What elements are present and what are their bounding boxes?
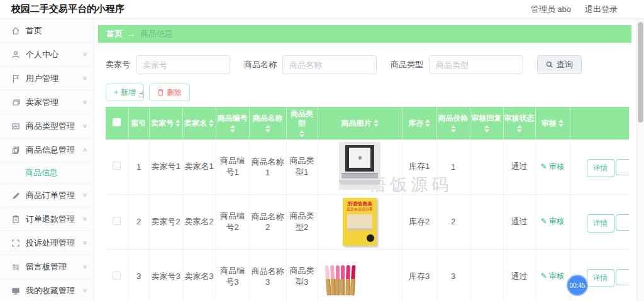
audit-link[interactable]: ✎ 审核 [541, 217, 564, 226]
chevron-down-icon: ∨ [82, 239, 87, 246]
trash-icon [157, 89, 164, 96]
col-index: 索引 [128, 107, 149, 140]
sort-icon[interactable] [175, 119, 180, 127]
sidebar-item-my-favorites-management[interactable]: 我的收藏管理 ∨ [0, 279, 94, 301]
product-type-label: 商品类型 [391, 59, 423, 70]
table-toolbar: + 新增 删除 ☝ [106, 84, 636, 101]
sidebar-item-home[interactable]: 首页 [0, 19, 94, 43]
search-icon [546, 61, 553, 68]
row-checkbox[interactable] [113, 271, 121, 280]
box-icon [11, 98, 20, 107]
main-content: 首页 → 商品信息 卖家号 商品名称 商品类型 查询 + 新增 删除 ☝ [94, 19, 636, 301]
product-image-laptop[interactable] [339, 142, 380, 190]
sidebar-item-message-board-management[interactable]: 留言板管理 ∨ [0, 255, 94, 279]
detail-button[interactable]: 详情 [587, 159, 614, 177]
detail-button[interactable]: 详情 [587, 269, 614, 287]
sidebar-item-seller-management[interactable]: 卖家管理 ∨ [0, 90, 94, 114]
col-actions [570, 107, 629, 140]
sort-icon[interactable] [374, 119, 379, 127]
logout-link[interactable]: 退出登录 [585, 4, 618, 15]
app-title: 校园二手交易平台的小程序 [0, 3, 125, 15]
pen-icon [11, 191, 20, 200]
audit-link[interactable]: ✎ 审核 [541, 271, 564, 280]
product-type-input[interactable] [429, 55, 523, 74]
breadcrumb-home[interactable]: 首页 [106, 28, 123, 40]
chevron-down-icon: ∨ [82, 287, 87, 293]
col-seller-name[interactable]: 卖家名 [182, 107, 216, 140]
col-product-type[interactable]: 商品类型 [286, 107, 318, 140]
delete-button[interactable]: 删除 [149, 84, 190, 101]
recording-timer-badge[interactable]: 00:45 [567, 275, 588, 296]
home-icon [11, 26, 20, 35]
table-row: 3 卖家号3 卖家名3 商品编号3 商品名称3 商品类型3 库存3 [106, 249, 629, 301]
seller-no-input[interactable] [136, 55, 230, 74]
sort-icon[interactable] [558, 119, 564, 127]
top-navbar: 校园二手交易平台的小程序 管理员 abo 退出登录 [0, 0, 644, 19]
col-review-reply[interactable]: 审核回复 [470, 107, 503, 140]
chevron-down-icon: ∨ [82, 216, 87, 222]
admin-user-label: 管理员 abo [531, 4, 571, 15]
flag-icon [11, 74, 20, 83]
clipped-action-button[interactable] [616, 159, 630, 175]
vertical-scrollbar[interactable] [636, 19, 644, 301]
brackets-icon [11, 239, 20, 248]
col-product-name[interactable]: 商品名称 [249, 107, 286, 140]
sort-icon[interactable] [230, 125, 235, 133]
chevron-up-icon: ∧ [82, 146, 87, 153]
col-seller-no[interactable]: 卖家号 [149, 107, 182, 140]
sort-icon[interactable] [265, 125, 270, 133]
product-image-lipsticks[interactable] [319, 253, 361, 300]
pencil-icon: ✎ [541, 217, 547, 226]
list-lines-icon [11, 263, 20, 271]
search-form: 卖家号 商品名称 商品类型 查询 [106, 55, 636, 74]
table-row: 2 卖家号2 卖家名2 商品编号2 商品名称2 商品类型2 所谓情商高 就是会说… [106, 194, 629, 249]
sort-icon[interactable] [299, 130, 304, 138]
sidebar-subitem-product-info-active[interactable]: 商品信息 [0, 162, 94, 183]
sidebar-item-complaint-management[interactable]: 投诉处理管理 ∨ [0, 231, 94, 255]
copy-icon [11, 146, 20, 155]
sort-icon[interactable] [484, 125, 489, 133]
sidebar-item-order-refund-management[interactable]: 订单退款管理 ∨ [0, 207, 94, 231]
detail-button[interactable]: 详情 [587, 214, 614, 233]
sidebar-item-user-management[interactable]: 用户管理 ∨ [0, 67, 94, 90]
sort-icon[interactable] [517, 125, 522, 133]
col-stock[interactable]: 库存 [402, 107, 436, 140]
clipped-action-button[interactable] [616, 214, 630, 231]
row-checkbox[interactable] [113, 161, 121, 170]
clipped-action-button[interactable] [616, 269, 630, 285]
sidebar-item-personal-center[interactable]: 个人中心 ∨ [0, 43, 94, 67]
breadcrumb-current: 商品信息 [140, 28, 173, 40]
image-icon [11, 122, 20, 131]
sidebar-item-product-info-management[interactable]: 商品信息管理 ∧ [0, 138, 94, 162]
col-product-image[interactable]: 商品图片 [318, 107, 402, 140]
table-header-row: 索引 卖家号 卖家名 商品编号 商品名称 商品类型 商品图片 库存 商品价格 审… [106, 107, 629, 140]
chevron-down-icon: ∨ [82, 75, 87, 81]
breadcrumb-arrow-icon: → [128, 30, 135, 38]
col-review[interactable]: 审核 [535, 107, 570, 140]
product-name-input[interactable] [282, 55, 377, 74]
breadcrumb: 首页 → 商品信息 [98, 25, 631, 43]
plus-icon: + [114, 88, 118, 97]
sort-icon[interactable] [209, 119, 214, 127]
row-checkbox[interactable] [113, 217, 121, 225]
pencil-icon: ✎ [541, 271, 547, 280]
clipboard-icon [11, 215, 20, 224]
chevron-down-icon: ∨ [82, 263, 87, 270]
sort-icon[interactable] [425, 119, 430, 127]
product-image-book[interactable]: 所谓情商高 就是会说话办事 [343, 198, 377, 246]
sidebar-item-product-type-management[interactable]: 商品类型管理 ∨ [0, 114, 94, 138]
audit-link[interactable]: ✎ 审核 [541, 162, 564, 171]
add-button[interactable]: + 新增 [106, 84, 144, 101]
scrollbar-thumb[interactable] [638, 22, 643, 123]
monitor-icon [11, 287, 20, 295]
col-product-no[interactable]: 商品编号 [216, 107, 249, 140]
product-table: 索引 卖家号 卖家名 商品编号 商品名称 商品类型 商品图片 库存 商品价格 审… [106, 107, 629, 301]
select-all-checkbox[interactable] [113, 118, 121, 126]
sort-icon[interactable] [451, 125, 456, 133]
sidebar-item-product-order-management[interactable]: 商品订单管理 ∨ [0, 183, 94, 207]
col-price[interactable]: 商品价格 [436, 107, 470, 140]
chevron-down-icon: ∨ [82, 192, 87, 198]
query-button[interactable]: 查询 [537, 55, 582, 74]
table-row: 1 卖家号1 卖家名1 商品编号1 商品名称1 商品类型1 库存1 1 通过 ✎… [106, 140, 629, 194]
col-review-status[interactable]: 审核状态 [503, 107, 535, 140]
